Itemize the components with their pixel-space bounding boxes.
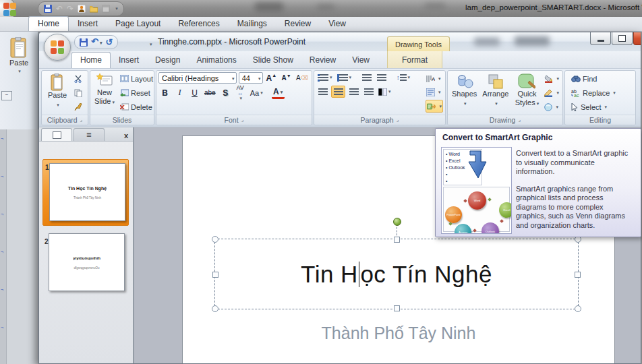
- align-text-button[interactable]: [426, 86, 443, 98]
- slide-2-thumbnail[interactable]: yiyiôuôujoihih dfgsrqgsqsnsnuOu: [49, 233, 125, 291]
- font-size-select[interactable]: 44: [239, 72, 263, 84]
- shape-outline-button[interactable]: [543, 87, 560, 98]
- redo-icon[interactable]: ↷: [67, 5, 74, 13]
- ppt-tab-design[interactable]: Design: [147, 53, 188, 68]
- bold-button[interactable]: B: [158, 88, 171, 98]
- dialog-launcher-icon[interactable]: ⌟: [241, 117, 244, 123]
- clear-formatting-button[interactable]: A⌫: [295, 73, 310, 84]
- increase-indent-button[interactable]: [375, 72, 388, 83]
- shape-effects-button[interactable]: [543, 101, 560, 113]
- shapes-button[interactable]: Shapes: [450, 72, 479, 113]
- save-icon[interactable]: [44, 5, 52, 13]
- ppt-tab-home[interactable]: Home: [71, 52, 111, 68]
- ppt-tab-review[interactable]: Review: [301, 53, 344, 68]
- justify-button[interactable]: [362, 86, 375, 97]
- slide-1-thumbnail[interactable]: Tin Học Tín Nghệ Thành Phố Tây Ninh: [49, 163, 125, 221]
- format-painter-button[interactable]: [72, 101, 84, 113]
- layout-button[interactable]: Layout: [118, 73, 161, 84]
- word-tab-home[interactable]: Home: [28, 16, 69, 31]
- rotate-handle[interactable]: [393, 218, 401, 226]
- align-right-button[interactable]: [347, 86, 360, 97]
- handle-left[interactable]: [212, 272, 218, 278]
- title-textbox[interactable]: Tin H ọc Tín Nghệ: [214, 239, 579, 309]
- font-name-select[interactable]: Calibri (Headings: [158, 72, 237, 84]
- word-tab-mailings[interactable]: Mailings: [229, 17, 276, 31]
- delete-slide-button[interactable]: Delete: [118, 101, 161, 113]
- dialog-launcher-icon[interactable]: ⌟: [397, 117, 399, 123]
- arrange-button[interactable]: Arrange: [480, 72, 510, 113]
- font-color-button[interactable]: A: [272, 86, 285, 99]
- redo-icon[interactable]: ↺: [105, 38, 113, 47]
- find-button[interactable]: Find: [569, 73, 631, 84]
- word-tab-view[interactable]: View: [320, 17, 355, 31]
- close-pane-icon[interactable]: x: [124, 131, 133, 141]
- quick-styles-button[interactable]: Quick Styles: [512, 72, 542, 113]
- shrink-font-button[interactable]: A▼: [280, 73, 293, 84]
- copy-button[interactable]: [72, 87, 84, 98]
- dialog-launcher-icon[interactable]: ⌟: [518, 117, 521, 123]
- handle-bottom-left[interactable]: [212, 305, 218, 312]
- office-button[interactable]: [44, 34, 71, 61]
- handle-bottom[interactable]: [394, 305, 400, 311]
- qat-more-icon[interactable]: [114, 5, 118, 13]
- slide-1-selection[interactable]: 1 Tin Học Tín Nghệ Thành Phố Tây Ninh: [42, 159, 129, 226]
- ppt-tab-format[interactable]: Format: [394, 53, 436, 68]
- reset-button[interactable]: Reset: [118, 87, 161, 98]
- text-shadow-button[interactable]: S: [219, 88, 232, 98]
- line-spacing-button[interactable]: ↕: [395, 72, 411, 83]
- italic-button[interactable]: I: [173, 88, 186, 98]
- cut-button[interactable]: [72, 73, 84, 84]
- word-paste-button[interactable]: Paste: [0, 32, 38, 75]
- replace-button[interactable]: abac Replace: [569, 87, 631, 98]
- undo-icon[interactable]: ↶: [56, 5, 63, 13]
- folder-icon[interactable]: [90, 5, 98, 13]
- contact-icon[interactable]: [78, 5, 86, 13]
- word-tab-review[interactable]: Review: [276, 17, 320, 31]
- convert-to-smartart-button[interactable]: [426, 100, 443, 113]
- paste-dropdown-icon[interactable]: [17, 67, 21, 75]
- qat-more-icon[interactable]: [148, 38, 152, 50]
- undo-icon[interactable]: ↶: [91, 37, 102, 47]
- tab-slides-thumbnails[interactable]: [41, 128, 72, 141]
- text-direction-button[interactable]: A: [426, 73, 443, 84]
- word-tab-insert[interactable]: Insert: [69, 17, 107, 31]
- handle-bottom-right[interactable]: [575, 305, 581, 312]
- shape-fill-button[interactable]: [543, 73, 560, 84]
- minimize-button[interactable]: [590, 32, 611, 45]
- change-case-button[interactable]: Aa: [249, 88, 264, 98]
- underline-button[interactable]: U: [188, 88, 201, 98]
- slide-subtitle-text[interactable]: Thành Phố Tây Ninh: [183, 324, 614, 343]
- align-center-button[interactable]: [331, 86, 345, 98]
- paste-button[interactable]: Paste: [44, 72, 71, 113]
- bullets-button[interactable]: [316, 72, 334, 83]
- handle-top-left[interactable]: [212, 236, 218, 243]
- grow-font-button[interactable]: A▲: [265, 73, 279, 84]
- align-left-button[interactable]: [316, 86, 329, 97]
- handle-right[interactable]: [575, 272, 581, 278]
- save-icon[interactable]: [80, 38, 88, 47]
- handle-top[interactable]: [394, 237, 400, 243]
- numbering-button[interactable]: [336, 72, 353, 83]
- ppt-tab-animations[interactable]: Animations: [188, 53, 244, 68]
- slide-title-text[interactable]: Tin H ọc Tín Nghệ: [301, 261, 492, 288]
- character-spacing-button[interactable]: AV↔: [234, 88, 247, 98]
- word-tab-page-layout[interactable]: Page Layout: [107, 17, 169, 31]
- dialog-launcher-icon[interactable]: ⌟: [80, 117, 83, 123]
- word-title-bar[interactable]: ↶ ↷ lam_dep_powerpoint_SMARTART.docx - M…: [0, 0, 642, 18]
- ppt-tab-insert[interactable]: Insert: [111, 53, 147, 68]
- new-slide-button[interactable]: New Slide: [92, 72, 117, 113]
- window-icon[interactable]: [102, 5, 110, 13]
- maximize-button[interactable]: [612, 32, 633, 45]
- ppt-title-bar[interactable]: ↶ ↺ Tinnghe.com.pptx - Microsoft PowerPo…: [39, 32, 641, 51]
- tab-outline[interactable]: ≣: [74, 128, 105, 141]
- select-button[interactable]: Select: [569, 101, 631, 113]
- ppt-tab-slide-show[interactable]: Slide Show: [245, 53, 301, 68]
- word-tab-references[interactable]: References: [169, 17, 228, 31]
- strikethrough-button[interactable]: abe: [203, 88, 217, 98]
- ppt-tab-view[interactable]: View: [344, 53, 378, 68]
- decrease-indent-button[interactable]: [360, 72, 373, 83]
- paste-dropdown-icon[interactable]: [55, 100, 59, 109]
- clipboard-group-label[interactable]: Clipboard ⌟: [42, 115, 88, 125]
- close-button[interactable]: [633, 32, 641, 45]
- columns-button[interactable]: [377, 86, 392, 97]
